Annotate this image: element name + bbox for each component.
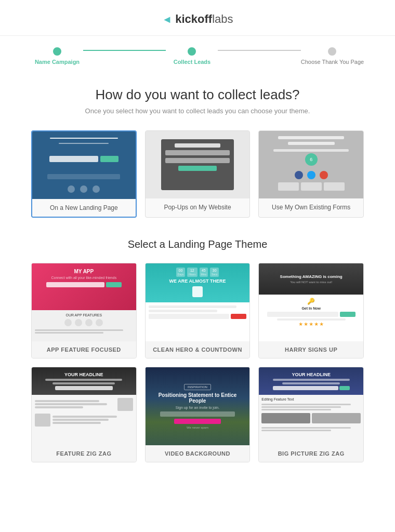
step-connector-1 [83,50,166,51]
zz-text-3 [35,406,83,408]
zz-text-col-1 [35,400,115,408]
bp-hero: YOUR HEADLINE [259,367,363,395]
theme-zigzag[interactable]: YOUR HEADLINE [31,367,137,462]
preview-icon-1 [68,185,75,193]
cd-lower [146,302,250,341]
bp-form-row [273,386,350,390]
theme-app-feature[interactable]: MY APP Connect with all your like-minded… [31,263,137,358]
vid-note: We never spam [187,426,208,429]
preview-email-input [49,156,98,162]
theme-video[interactable]: INSPIRATION Positioning Statement to Ent… [145,367,251,462]
popup-input-2 [165,158,230,163]
star-1 [299,322,303,326]
bp-more-2 [261,430,331,431]
logo-icon: ◄ [162,14,172,25]
theme-harry-inner: Something AMAZING is coming You will NOT… [259,263,363,341]
app-text-lines [35,328,133,335]
vid-sub: Sign up for an invite to join. [176,406,219,409]
theme-bigpic[interactable]: YOUR HEADLINE Editing Feature Text [258,367,364,462]
theme-app-inner: MY APP Connect with all your like-minded… [32,263,136,341]
theme-bigpic-preview: YOUR HEADLINE Editing Feature Text [259,367,363,445]
star-3 [309,322,313,326]
feature-icons [35,319,133,326]
zz-text-5 [52,419,109,421]
popup-box [161,139,234,190]
bp-submit-btn [339,386,350,390]
cd-cta-btn [231,314,246,319]
zz-text-4 [52,416,117,418]
theme-harry[interactable]: Something AMAZING is coming You will NOT… [258,263,364,358]
popup-preview-inner [146,131,250,198]
harry-submit-btn [340,312,356,317]
zz-image-1 [117,398,133,411]
theme-bigpic-inner: YOUR HEADLINE Editing Feature Text [259,367,363,445]
app-email-input [46,282,104,287]
page-title: How do you want to collect leads? [31,87,364,103]
zz-text-1 [35,400,99,402]
preview-title-bar [50,138,118,139]
harry-email-input [267,312,338,317]
bp-lower: Editing Feature Text [259,395,363,446]
cd-minutes: 45Mins [200,268,208,277]
bp-email-input [273,386,338,390]
step-thank-you: Choose Thank You Page [301,47,364,65]
zz-sub-2 [52,382,115,384]
harry-form-title: Get In Now [301,307,321,310]
invite-title [273,149,349,152]
collection-card-landing[interactable]: On a New Landing Page [31,130,137,218]
star-2 [304,322,308,326]
theme-zigzag-inner: YOUR HEADLINE [32,367,136,445]
cd-title: WE ARE ALMOST THERE [169,278,226,284]
logo: ◄ kickofflabs [162,12,233,26]
theme-app-preview: MY APP Connect with all your like-minded… [32,263,136,341]
collection-card-popup[interactable]: Pop-Ups on My Website [145,130,251,218]
popup-label: Pop-Ups on My Website [146,198,250,216]
step-circle-1 [53,47,61,56]
theme-zigzag-preview: YOUR HEADLINE [32,367,136,445]
zz-hero: YOUR HEADLINE [32,367,136,395]
app-input-row [46,282,122,287]
bp-more-1 [261,427,351,429]
forms-preview-inner: 6 [259,131,363,198]
thank-text-2 [288,142,335,145]
landing-preview-inner [32,131,136,199]
bp-img-1 [261,413,310,423]
cd-seconds: 30Secs [210,268,219,277]
gp-btn [320,171,328,179]
step-circle-2 [188,47,196,56]
logo-brand: kickofflabs [175,12,233,26]
forms-label: Use My Own Existing Forms [259,198,363,216]
app-submit-btn [106,282,122,287]
zz-title: YOUR HEADLINE [64,372,103,377]
vid-content: INSPIRATION Positioning Statement to Ent… [146,367,250,445]
stars-row [299,322,324,326]
harry-input-row [267,312,356,317]
bp-img-2 [312,413,361,423]
harry-label: HARRY SIGNS UP [259,341,363,358]
cd-text-2 [149,310,217,312]
countdown-label: CLEAN HERO & COUNTDOWN [146,341,250,358]
harry-hero: Something AMAZING is coming You will NOT… [259,263,363,295]
harry-sub: You will NOT want to miss out! [290,281,332,284]
zz-lower [32,395,136,446]
stat-2 [301,182,322,191]
zz-text-2 [35,403,107,405]
theme-countdown[interactable]: 00Days 12Hours 45Mins 30Secs WE ARE ALMO… [145,263,251,358]
zigzag-label: FEATURE ZIG ZAG [32,445,136,462]
app-lower: OUR APP FEATURES [32,310,136,341]
preview-submit-btn [100,156,118,162]
bigpic-label: BIG PICTURE ZIG ZAG [259,445,363,462]
theme-video-inner: INSPIRATION Positioning Statement to Ent… [146,367,250,445]
preview-icons-row [38,185,129,193]
star-5 [320,322,324,326]
cd-hours: 12Hours [187,268,197,277]
step-collect-leads: Collect Leads [166,47,218,65]
main-content: How do you want to collect leads? Once y… [0,76,395,483]
theme-video-preview: INSPIRATION Positioning Statement to Ent… [146,367,250,445]
feat-icon-2 [75,319,82,326]
theme-countdown-inner: 00Days 12Hours 45Mins 30Secs WE ARE ALMO… [146,263,250,341]
collection-card-forms[interactable]: 6 Use My Own Existing Forms [258,130,364,218]
preview-image [47,174,120,179]
cd-cta-row [149,314,247,319]
bp-text-3 [261,409,331,410]
